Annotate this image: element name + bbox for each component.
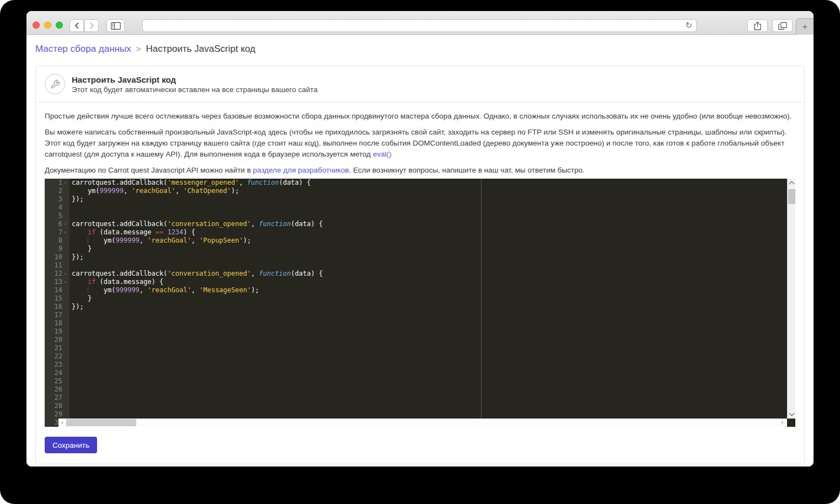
chevron-left-icon: [74, 22, 79, 29]
card-header-text: Настроить JavaScript код Этот код будет …: [72, 74, 318, 94]
code-line[interactable]: [72, 352, 787, 361]
code-line[interactable]: [72, 344, 787, 352]
page-title: Настроить JavaScript код: [72, 74, 318, 85]
gutter-line-number: 22: [45, 352, 69, 361]
address-bar[interactable]: ↻: [142, 19, 697, 32]
eval-link[interactable]: eval(): [373, 150, 392, 158]
scroll-left-icon[interactable]: ‹: [58, 419, 66, 427]
developers-section-link[interactable]: разделе для разработчиков: [253, 166, 349, 174]
code-line[interactable]: [72, 336, 787, 344]
code-line[interactable]: [72, 311, 787, 319]
wrench-icon: [45, 74, 65, 94]
code-line[interactable]: if (data.message == 1234) {: [72, 228, 787, 237]
zoom-window-button[interactable]: [56, 22, 63, 29]
gutter-line-number: 11: [45, 261, 69, 270]
code-line[interactable]: [72, 261, 787, 270]
save-button[interactable]: Сохранить: [45, 437, 97, 453]
window-controls: [33, 22, 63, 29]
gutter-line-number: 24: [45, 369, 69, 377]
paragraph-text: Документацию по Carrot quest Javascript …: [45, 166, 253, 174]
back-button[interactable]: [69, 19, 84, 32]
close-window-button[interactable]: [33, 22, 40, 29]
scroll-up-icon[interactable]: [789, 181, 795, 187]
code-line[interactable]: [72, 319, 787, 328]
scroll-right-icon[interactable]: ›: [778, 419, 786, 427]
gutter-line-number: 9: [45, 245, 69, 253]
minimize-window-button[interactable]: [44, 22, 51, 29]
editor-gutter: 1▾23456▾7▾89101112▾13▾141516171819202122…: [45, 179, 69, 427]
description-paragraph-1: Простые действия лучше всего остлеживать…: [45, 111, 795, 122]
code-line[interactable]: [72, 361, 787, 369]
horizontal-scrollbar-thumb[interactable]: [66, 419, 136, 426]
gutter-line-number: 29: [45, 410, 69, 419]
tab-overview-button[interactable]: [772, 19, 793, 32]
fold-marker-icon[interactable]: ▾: [62, 179, 68, 187]
gutter-line-number: 13▾: [45, 278, 69, 286]
horizontal-scrollbar[interactable]: ‹ ›: [58, 419, 787, 427]
breadcrumb-link-wizard[interactable]: Мастер сбора данных: [35, 44, 131, 54]
code-line[interactable]: ym(999999, 'reachGoal', 'ChatOpened');: [72, 187, 787, 195]
forward-button[interactable]: [84, 19, 99, 32]
gutter-line-number: 5: [45, 212, 69, 220]
code-line[interactable]: [72, 369, 787, 377]
gutter-line-number: 17: [45, 311, 69, 319]
code-line[interactable]: });: [72, 253, 787, 261]
vertical-scrollbar[interactable]: [787, 179, 795, 419]
new-tab-button[interactable]: +: [796, 18, 814, 35]
page-content: Мастер сбора данных>Настроить JavaScript…: [26, 35, 814, 467]
share-button[interactable]: [747, 19, 768, 32]
gutter-line-number: 15: [45, 294, 69, 303]
desktop-background: ↻ +: [0, 0, 840, 504]
scroll-down-icon[interactable]: [789, 411, 795, 416]
gutter-line-number: 23: [45, 361, 69, 369]
code-line[interactable]: ym(999999, 'reachGoal', 'MessageSeen');: [72, 286, 787, 294]
code-line[interactable]: [72, 410, 787, 419]
gutter-line-number: 12▾: [45, 270, 69, 278]
code-line[interactable]: carrotquest.addCallback('conversation_op…: [72, 220, 787, 228]
gutter-line-number: 27: [45, 394, 69, 402]
gutter-line-number: 3: [45, 195, 69, 203]
code-line[interactable]: carrotquest.addCallback('messenger_opene…: [72, 179, 787, 187]
scrollbar-corner: [787, 419, 795, 427]
gutter-line-number: 14: [45, 286, 69, 294]
fold-marker-icon[interactable]: ▾: [62, 270, 68, 278]
browser-toolbar: ↻ +: [26, 11, 814, 35]
code-line[interactable]: });: [72, 195, 787, 203]
fold-marker-icon[interactable]: ▾: [62, 228, 68, 237]
code-line[interactable]: [72, 402, 787, 410]
code-line[interactable]: }: [72, 245, 787, 253]
gutter-line-number: 16: [45, 303, 69, 311]
card-body: Простые действия лучше всего остлеживать…: [36, 103, 804, 464]
paragraph-text: Простые действия лучше всего остлеживать…: [45, 112, 791, 120]
gutter-line-number: 2: [45, 187, 69, 195]
card-header: Настроить JavaScript код Этот код будет …: [36, 66, 804, 102]
code-line[interactable]: ym(999999, 'reachGoal', 'PopupSeen');: [72, 237, 787, 245]
editor-code[interactable]: carrotquest.addCallback('messenger_opene…: [69, 179, 787, 427]
reload-icon[interactable]: ↻: [685, 20, 692, 30]
breadcrumb-current: Настроить JavaScript код: [146, 44, 256, 54]
gutter-line-number: 4: [45, 203, 69, 212]
browser-window: ↻ +: [26, 11, 814, 467]
vertical-scrollbar-thumb[interactable]: [788, 189, 795, 204]
fold-marker-icon[interactable]: ▾: [62, 220, 68, 228]
code-line[interactable]: carrotquest.addCallback('conversation_op…: [72, 270, 787, 278]
code-line[interactable]: [72, 385, 787, 394]
sidebar-icon: [111, 22, 121, 30]
code-line[interactable]: [72, 203, 787, 212]
code-line[interactable]: [72, 394, 787, 402]
code-line[interactable]: if (data.message) {: [72, 278, 787, 286]
code-line[interactable]: [72, 212, 787, 220]
gutter-line-number: 18: [45, 319, 69, 328]
sidebar-toggle-button[interactable]: [106, 19, 125, 32]
paragraph-text: . Если возникнут вопросы, напишите в наш…: [349, 166, 585, 174]
gutter-line-number: 25: [45, 377, 69, 385]
fold-marker-icon[interactable]: ▾: [62, 278, 68, 286]
code-line[interactable]: [72, 328, 787, 336]
code-line[interactable]: });: [72, 303, 787, 311]
gutter-line-number: 10: [45, 253, 69, 261]
code-line[interactable]: [72, 377, 787, 385]
plus-icon: +: [802, 22, 808, 33]
save-row: Сохранить: [45, 437, 795, 453]
code-editor[interactable]: 1▾23456▾7▾89101112▾13▾141516171819202122…: [45, 179, 795, 427]
code-line[interactable]: }: [72, 294, 787, 303]
